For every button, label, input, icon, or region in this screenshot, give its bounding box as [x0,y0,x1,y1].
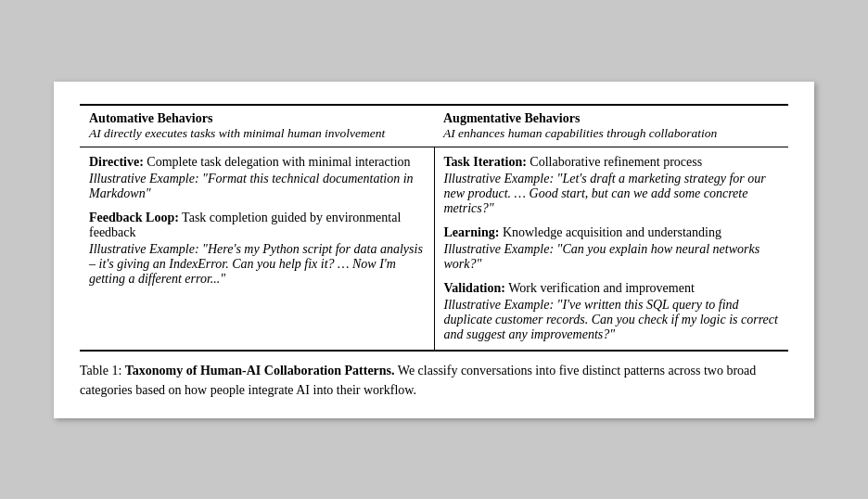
left-entry-1-title-line: Feedback Loop: Task completion guided by… [89,211,425,240]
right-entry-2-title: Validation: [444,281,505,295]
left-entry-1-title: Feedback Loop: [89,211,179,224]
right-entry-1: Learning: Knowledge acquisition and unde… [444,225,780,272]
left-entry-0: Directive: Complete task delegation with… [89,155,425,201]
table-caption: Table 1: Taxonomy of Human-AI Collaborat… [80,352,788,400]
left-entry-0-title-line: Directive: Complete task delegation with… [89,155,425,170]
right-entry-1-title: Learning: [444,225,500,239]
right-cell: Task Iteration: Collaborative refinement… [434,147,788,351]
right-entry-0-example: Illustrative Example: "Let's draft a mar… [444,172,780,216]
right-entry-2: Validation: Work verification and improv… [444,281,780,342]
left-entry-0-example: Illustrative Example: "Format this techn… [89,172,425,201]
left-entry-0-title: Directive: [89,155,144,169]
left-entry-1: Feedback Loop: Task completion guided by… [89,211,425,287]
col-right-subtitle: AI enhances human capabilities through c… [443,126,779,141]
right-entry-0-desc: Collaborative refinement process [527,155,702,169]
left-cell: Directive: Complete task delegation with… [80,147,434,351]
caption-label: Table 1: [80,364,125,377]
left-entry-1-example: Illustrative Example: "Here's my Python … [89,242,425,287]
right-entry-1-example: Illustrative Example: "Can you explain h… [444,242,780,272]
right-entry-0-title-line: Task Iteration: Collaborative refinement… [444,155,780,170]
paper-container: Automative Behaviors AI directly execute… [54,82,814,418]
right-entry-1-title-line: Learning: Knowledge acquisition and unde… [444,225,780,240]
col-right-title: Augmentative Behaviors [443,111,779,126]
right-entry-0: Task Iteration: Collaborative refinement… [444,155,780,216]
right-entry-2-example: Illustrative Example: "I've written this… [444,298,780,342]
col-header-right: Augmentative Behaviors AI enhances human… [434,105,788,147]
col-left-title: Automative Behaviors [89,111,425,126]
col-left-subtitle: AI directly executes tasks with minimal … [89,126,425,141]
col-header-left: Automative Behaviors AI directly execute… [80,105,434,147]
caption-bold: Taxonomy of Human-AI Collaboration Patte… [125,364,395,377]
right-entry-2-title-line: Validation: Work verification and improv… [444,281,780,296]
right-entry-2-desc: Work verification and improvement [505,281,695,295]
main-table: Automative Behaviors AI directly execute… [80,104,788,352]
right-entry-0-title: Task Iteration: [444,155,527,169]
right-entry-1-desc: Knowledge acquisition and understanding [499,225,721,239]
left-entry-0-desc: Complete task delegation with minimal in… [144,155,411,169]
